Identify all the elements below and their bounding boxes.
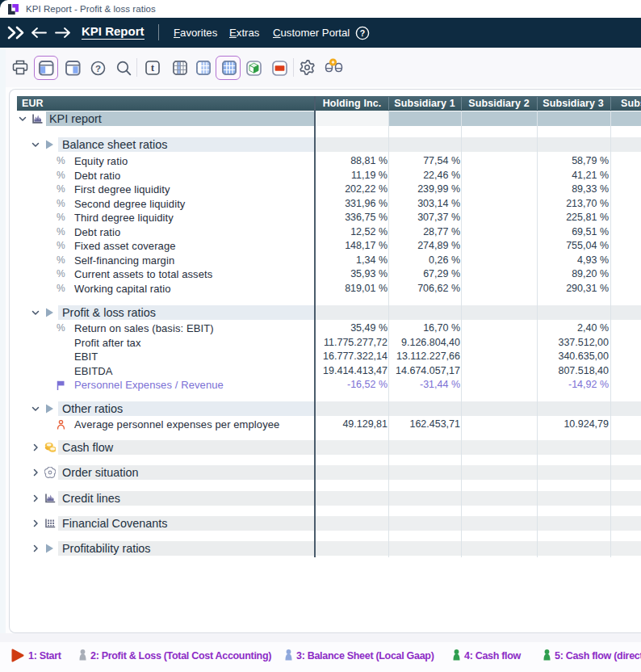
svg-text:?: ? — [95, 63, 101, 73]
svg-text:?: ? — [360, 28, 365, 38]
svg-text:t: t — [151, 62, 154, 74]
